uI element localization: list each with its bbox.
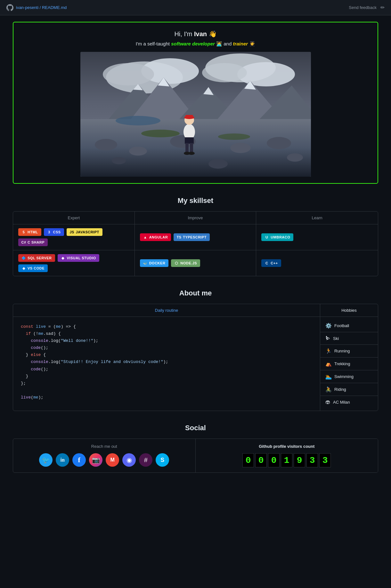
umbraco-icon: U — [265, 235, 269, 239]
ski-emoji: ⛷ — [325, 335, 330, 341]
code-line-2: if (!me.sad) { — [21, 330, 312, 337]
css-badge: 3 CSS — [44, 228, 64, 236]
learn-column-header: Learn — [256, 212, 378, 224]
visualstudio-badge: ◆ VISUAL STUDIO — [58, 254, 99, 262]
mountain-scene-svg — [80, 52, 311, 177]
running-label: Running — [334, 349, 350, 353]
visualstudio-icon: ◆ — [61, 256, 65, 260]
github-logo-icon — [6, 4, 13, 11]
skype-icon[interactable]: S — [156, 453, 169, 467]
hobby-ski: ⛷ Ski — [320, 332, 378, 345]
ski-label: Ski — [333, 336, 339, 341]
main-content: Hi, I'm Ivan 👋 I'm a self-taught softwar… — [0, 15, 391, 498]
skills-table-header: Expert Improve Learn — [13, 212, 378, 224]
digit-4: 1 — [281, 453, 292, 467]
svg-rect-33 — [190, 143, 193, 153]
football-emoji: ⚙️ — [325, 323, 332, 329]
riding-emoji: 🚴 — [325, 386, 332, 392]
nodejs-icon: ⬡ — [174, 261, 179, 265]
hero-image-container — [80, 52, 311, 177]
send-feedback-button[interactable]: Send feedback — [349, 5, 377, 10]
skills-row-2: 🔷 SQL SERVER ◆ VISUAL STUDIO ◈ VS CODE 🐳… — [13, 250, 378, 276]
js-badge: JS JAVASCRIPT — [67, 228, 102, 236]
cpp-badge: C C++ — [261, 259, 281, 267]
docker-icon: 🐳 — [143, 261, 148, 265]
hobby-riding: 🚴 Riding — [320, 383, 378, 396]
sqlserver-icon: 🔷 — [21, 256, 26, 260]
svg-point-26 — [218, 133, 250, 140]
acmilan-label: AC Milan — [333, 400, 350, 405]
edit-icon[interactable]: ✏ — [380, 4, 385, 11]
code-line-3: console.log("Well done!!"); — [21, 337, 312, 344]
digit-3: 0 — [268, 453, 280, 467]
svg-rect-32 — [185, 143, 189, 153]
vscode-icon: ◈ — [21, 266, 26, 270]
svg-point-6 — [202, 63, 247, 82]
code-line-7: code(); — [21, 366, 312, 373]
hero-section: Hi, I'm Ivan 👋 I'm a self-taught softwar… — [13, 22, 378, 184]
hobbies-section: Hobbies ⚙️ Football ⛷ Ski 🏃 Running ⛺ Tr… — [320, 304, 378, 411]
social-section: Social Reach me out 🐦 in f 📷 M ◉ # S Git… — [13, 424, 378, 473]
twitter-icon[interactable]: 🐦 — [39, 453, 53, 467]
js-icon: JS — [70, 230, 74, 234]
css-icon: 3 — [47, 230, 52, 234]
skills-table: Expert Improve Learn 5 HTML 3 CSS JS JAV… — [13, 211, 378, 276]
nodejs-badge: ⬡ NODE.JS — [171, 259, 200, 267]
hobbies-header: Hobbies — [320, 304, 378, 317]
trekking-emoji: ⛺ — [325, 361, 332, 367]
improve-cell-row2: 🐳 DOCKER ⬡ NODE.JS — [135, 250, 257, 276]
swimming-emoji: 🏊 — [325, 374, 332, 380]
hobby-trekking: ⛺ Trekking — [320, 358, 378, 370]
svg-rect-31 — [185, 137, 194, 144]
instagram-icon[interactable]: 📷 — [89, 453, 102, 467]
trekking-label: Trekking — [334, 361, 350, 366]
expert-column-header: Expert — [13, 212, 135, 224]
angular-icon: ▲ — [143, 235, 148, 239]
csharp-icon: C# — [21, 240, 26, 245]
improve-cell-row1: ▲ ANGULAR TS TYPESCRIPT — [135, 224, 257, 250]
running-emoji: 🏃 — [325, 348, 332, 354]
hobby-football: ⚙️ Football — [320, 319, 378, 332]
discord-icon[interactable]: ◉ — [122, 453, 136, 467]
slack-icon[interactable]: # — [139, 453, 152, 467]
daily-routine-header: Daily routine — [13, 304, 320, 317]
html-badge: 5 HTML — [18, 228, 41, 236]
umbraco-badge: U UMBRACO — [261, 233, 293, 241]
learn-cell-row1: U UMBRACO — [256, 224, 378, 250]
digit-6: 3 — [306, 453, 318, 467]
code-line-6: console.log("Stupid!! Enjoy life and obv… — [21, 358, 312, 366]
digit-5: 9 — [294, 453, 305, 467]
sqlserver-badge: 🔷 SQL SERVER — [18, 254, 55, 262]
hero-subtitle: I'm a self-taught software developer 🧑‍💻… — [20, 41, 371, 47]
improve-column-header: Improve — [135, 212, 257, 224]
social-table: Reach me out 🐦 in f 📷 M ◉ # S Github pro… — [13, 439, 378, 473]
header: ivan-pesenti / README.md Send feedback ✏ — [0, 0, 391, 15]
svg-point-20 — [230, 143, 251, 153]
facebook-icon[interactable]: f — [72, 453, 86, 467]
gmail-icon[interactable]: M — [106, 453, 119, 467]
vscode-badge: ◈ VS CODE — [18, 264, 48, 272]
learn-cell-row2: C C++ — [256, 250, 378, 276]
about-table: Daily routine const live = (me) => { if … — [13, 304, 378, 411]
digit-2: 0 — [255, 453, 267, 467]
expert-cell-row2: 🔷 SQL SERVER ◆ VISUAL STUDIO ◈ VS CODE — [13, 250, 135, 276]
breadcrumb: ivan-pesenti / README.md — [16, 5, 67, 10]
code-block: const live = (me) => { if (!me.sad) { co… — [13, 317, 320, 407]
social-icons-container: 🐦 in f 📷 M ◉ # S — [18, 453, 190, 467]
hero-image — [80, 52, 311, 177]
svg-point-36 — [116, 116, 160, 125]
skills-row-1: 5 HTML 3 CSS JS JAVASCRIPT C# C SHARP ▲ … — [13, 224, 378, 250]
swimming-label: Swimming — [334, 374, 354, 379]
code-line-8: } — [21, 373, 312, 380]
angular-badge: ▲ ANGULAR — [140, 233, 171, 241]
code-line-10: live(me); — [21, 394, 312, 401]
code-line-1: const live = (me) => { — [21, 323, 312, 330]
cpp-icon: C — [265, 261, 269, 265]
linkedin-icon[interactable]: in — [56, 453, 69, 467]
svg-point-21 — [267, 137, 291, 149]
digit-7: 3 — [319, 453, 331, 467]
visitor-counter: 0 0 0 1 9 3 3 — [201, 453, 373, 467]
svg-point-17 — [95, 139, 117, 150]
acmilan-emoji: 🏟 — [325, 399, 330, 405]
typescript-icon: TS — [177, 235, 181, 239]
